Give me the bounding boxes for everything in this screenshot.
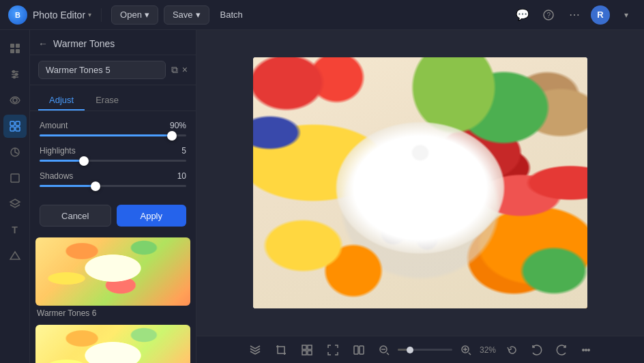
chat-icon-button[interactable]: 💬: [513, 5, 532, 25]
cancel-button[interactable]: Cancel: [40, 205, 111, 227]
topbar-divider: [101, 8, 102, 22]
svg-line-29: [291, 190, 366, 194]
crop-bottom-icon[interactable]: [272, 341, 290, 359]
redo-icon[interactable]: [553, 342, 570, 358]
svg-point-49: [524, 162, 531, 169]
svg-point-38: [484, 88, 514, 115]
canvas-main: [196, 30, 644, 336]
zoom-slider[interactable]: [398, 349, 452, 351]
svg-point-92: [356, 264, 362, 270]
svg-point-76: [419, 164, 422, 166]
svg-point-34: [434, 76, 468, 107]
apply-button[interactable]: Apply: [117, 205, 187, 227]
svg-point-9: [12, 71, 14, 73]
rail-view-icon[interactable]: [3, 89, 27, 112]
svg-point-25: [267, 184, 342, 245]
svg-point-66: [395, 233, 411, 250]
filter-thumb-7[interactable]: Warmer Tones 7: [35, 325, 190, 363]
undo-icon[interactable]: [529, 342, 545, 358]
filter-thumb-img-7: [35, 325, 190, 363]
svg-point-68: [416, 260, 431, 275]
layers-bottom-icon[interactable]: [246, 341, 264, 359]
svg-point-64: [412, 237, 428, 253]
app-logo: B: [8, 5, 27, 25]
svg-point-23: [270, 146, 386, 242]
amount-slider-track[interactable]: [40, 134, 186, 136]
batch-button[interactable]: Batch: [215, 5, 248, 25]
shadows-slider-row: Shadows 10: [40, 171, 186, 187]
svg-point-45: [529, 143, 564, 177]
copy-filter-icon[interactable]: ⧉: [171, 64, 178, 76]
svg-point-101: [558, 272, 587, 306]
svg-point-83: [484, 233, 541, 271]
compare-icon[interactable]: [350, 341, 368, 359]
svg-point-37: [477, 81, 521, 122]
filter-thumb-visual-7: [35, 325, 190, 363]
zoom-thumb[interactable]: [407, 347, 413, 353]
undo-reset-icon[interactable]: [504, 342, 521, 358]
svg-point-55: [434, 215, 461, 248]
tab-adjust[interactable]: Adjust: [38, 91, 85, 111]
zoom-in-icon[interactable]: [458, 342, 474, 358]
canvas-image: [253, 57, 587, 308]
side-panel: ← Warmer Tones Warmer Tones 5 ⧉ × Adjust…: [30, 30, 196, 363]
rail-home-icon[interactable]: [3, 37, 27, 60]
svg-rect-13: [10, 121, 14, 126]
svg-line-31: [294, 218, 366, 227]
open-button[interactable]: Open ▾: [111, 5, 158, 25]
svg-point-80: [407, 174, 424, 198]
shadows-slider-track[interactable]: [40, 185, 186, 187]
rail-filter-icon[interactable]: [3, 115, 27, 138]
rail-effects-icon[interactable]: [3, 141, 27, 164]
svg-point-33: [427, 69, 475, 114]
more-icon-button[interactable]: ⋯: [565, 5, 584, 25]
amount-slider-thumb[interactable]: [167, 131, 177, 141]
svg-point-50: [533, 158, 539, 164]
svg-line-30: [291, 204, 369, 211]
app-name-container[interactable]: Photo Editor ▾: [33, 10, 91, 20]
rail-adjust-icon[interactable]: [3, 63, 27, 86]
svg-text:?: ?: [547, 12, 551, 19]
tab-erase[interactable]: Erase: [85, 91, 130, 111]
back-button[interactable]: ←: [38, 38, 48, 49]
svg-point-48: [540, 160, 567, 187]
svg-point-61: [424, 242, 426, 244]
more-bottom-icon[interactable]: [578, 342, 594, 358]
svg-rect-14: [16, 121, 20, 126]
expand-icon-button[interactable]: ▾: [617, 5, 636, 25]
filter-thumb-6[interactable]: Warmer Tones 6: [35, 237, 190, 322]
svg-rect-20: [253, 57, 587, 308]
app-name-label: Photo Editor: [33, 10, 85, 20]
rail-text-icon[interactable]: T: [3, 218, 27, 242]
svg-point-94: [351, 268, 357, 274]
highlights-slider-track[interactable]: [40, 160, 186, 162]
rail-shape-icon[interactable]: [3, 244, 27, 267]
user-avatar[interactable]: R: [591, 5, 610, 25]
rail-layers-icon[interactable]: [3, 192, 27, 216]
svg-point-22: [485, 221, 587, 303]
svg-point-53: [544, 160, 549, 166]
svg-point-106: [561, 188, 573, 199]
save-button[interactable]: Save ▾: [164, 5, 209, 25]
highlights-slider-row: Highlights 5: [40, 146, 186, 162]
rail-crop-icon[interactable]: [3, 166, 27, 190]
svg-line-27: [304, 173, 372, 228]
fullscreen-icon[interactable]: [324, 341, 342, 359]
svg-point-63: [418, 248, 436, 265]
svg-point-86: [519, 242, 574, 277]
highlights-slider-thumb[interactable]: [79, 156, 89, 166]
svg-point-103: [543, 171, 587, 216]
zoom-out-icon[interactable]: [376, 342, 392, 358]
svg-point-98: [284, 160, 297, 173]
shadows-slider-thumb[interactable]: [91, 182, 100, 191]
adjust-tabs: Adjust Erase: [30, 85, 196, 111]
svg-point-41: [543, 66, 570, 84]
filter-item-header: Warmer Tones 5 ⧉ ×: [30, 55, 196, 85]
grid-bottom-icon[interactable]: [298, 341, 316, 359]
close-filter-icon[interactable]: ×: [182, 64, 188, 76]
filter-name-label: Warmer Tones 5: [46, 65, 111, 75]
svg-point-78: [426, 166, 428, 169]
svg-point-12: [13, 98, 17, 102]
help-icon-button[interactable]: ?: [539, 5, 558, 25]
svg-marker-19: [10, 252, 20, 259]
